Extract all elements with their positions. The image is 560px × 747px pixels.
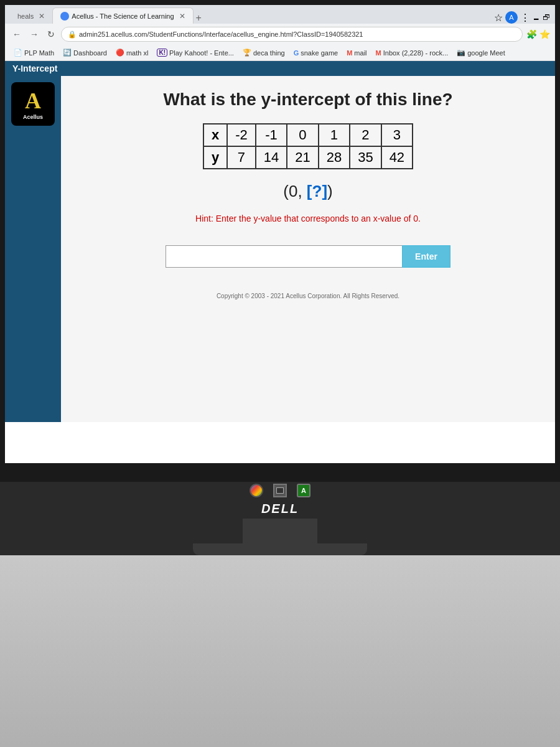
x-val-0: -2	[227, 124, 256, 146]
dashboard-icon: 🔄	[63, 49, 72, 57]
input-area: Enter	[166, 245, 450, 268]
enter-button[interactable]: Enter	[402, 245, 450, 268]
section-title: Y-Intercept	[12, 63, 57, 73]
forward-button[interactable]: →	[27, 28, 41, 40]
kahoot-label: Play Kahoot! - Ente...	[169, 49, 234, 57]
tab-active-label: Acellus - The Science of Learning	[72, 12, 174, 20]
x-val-4: 2	[350, 124, 381, 146]
star-icon[interactable]: ☆	[494, 12, 503, 24]
bookmark-plp-math[interactable]: 📄 PLP Math	[10, 47, 58, 58]
monitor: heals ✕ Acellus - The Science of Learnin…	[0, 0, 560, 747]
address-bar[interactable]: 🔒 admin251.acellus.com/StudentFunctions/…	[61, 27, 523, 42]
bookmark-math-xl[interactable]: 🔴 math xl	[112, 47, 152, 58]
y-val-1: 14	[256, 146, 287, 169]
window-icon	[273, 484, 287, 497]
dell-brand: DELL	[0, 499, 560, 519]
restore-icon[interactable]: 🗗	[543, 13, 550, 22]
y-val-3: 28	[319, 146, 350, 169]
bookmark-dashboard[interactable]: 🔄 Dashboard	[59, 47, 111, 58]
meet-label: google Meet	[467, 49, 505, 57]
answer-prefix: (0,	[283, 182, 307, 200]
acellus-logo: A Acellus	[11, 82, 55, 126]
math-xl-icon: 🔴	[116, 49, 124, 57]
bookmark-deca[interactable]: 🏆 deca thing	[239, 47, 289, 58]
logo-letter: A	[25, 88, 41, 114]
address-text: admin251.acellus.com/StudentFunctions/In…	[79, 31, 363, 38]
answer-suffix: )	[327, 182, 333, 200]
x-header: x	[203, 124, 227, 146]
x-val-1: -1	[256, 124, 287, 146]
y-val-5: 42	[381, 146, 413, 169]
answer-placeholder: [?]	[307, 182, 327, 200]
desk-area	[0, 555, 560, 747]
bookmark-inbox[interactable]: M Inbox (2,228) - rock...	[372, 48, 452, 58]
back-button[interactable]: ←	[10, 28, 24, 40]
bookmark-meet[interactable]: 📷 google Meet	[453, 47, 509, 58]
bookmark-snake[interactable]: G snake game	[290, 48, 342, 58]
refresh-button[interactable]: ↻	[45, 28, 57, 40]
menu-icon[interactable]: ⋮	[520, 12, 530, 24]
meet-icon: 📷	[457, 49, 465, 57]
window-icon-inner	[276, 487, 284, 494]
browser-content: Y-Intercept A Acellus What is the y-inte…	[5, 61, 555, 463]
x-val-2: 0	[287, 124, 318, 146]
answer-display: (0, [?])	[283, 182, 332, 201]
inbox-icon: M	[376, 49, 381, 57]
deca-icon: 🏆	[243, 49, 251, 57]
monitor-bottom-bar: A	[0, 482, 560, 499]
deca-label: deca thing	[253, 49, 285, 57]
bookmarks-bar: 📄 PLP Math 🔄 Dashboard 🔴 math xl K! Play…	[5, 45, 555, 61]
profile-btn[interactable]: A	[505, 11, 518, 24]
minimize-icon[interactable]: 🗕	[533, 13, 540, 22]
plp-math-label: PLP Math	[24, 49, 54, 57]
stand-base	[193, 543, 367, 556]
screen: heals ✕ Acellus - The Science of Learnin…	[5, 5, 555, 463]
bookmark-btn[interactable]: ⭐	[539, 29, 550, 39]
inbox-label: Inbox (2,228) - rock...	[383, 49, 449, 57]
tab-active[interactable]: Acellus - The Science of Learning ✕	[52, 7, 193, 24]
tab-inactive[interactable]: heals ✕	[10, 9, 52, 24]
hint-text: Hint: Enter the y-value that corresponds…	[195, 214, 421, 223]
snake-label: snake game	[301, 49, 338, 57]
footer-text: Copyright © 2003 - 2021 Acellus Corporat…	[217, 293, 399, 299]
tab-bar: heals ✕ Acellus - The Science of Learnin…	[5, 5, 555, 24]
plp-math-icon: 📄	[14, 49, 22, 57]
new-tab-button[interactable]: +	[194, 12, 204, 24]
extensions-btn[interactable]: 🧩	[526, 29, 537, 39]
acellus-header: Y-Intercept	[5, 61, 555, 76]
dashboard-label: Dashboard	[73, 49, 107, 57]
mail-label: mail	[354, 49, 366, 57]
acellus-tab-icon	[60, 12, 69, 21]
bookmark-kahoot[interactable]: K! Play Kahoot! - Ente...	[153, 47, 238, 58]
y-val-4: 35	[350, 146, 381, 169]
math-xl-label: math xl	[126, 49, 148, 57]
app-icon: A	[297, 484, 310, 497]
sidebar: A Acellus	[5, 76, 61, 422]
x-val-3: 1	[319, 124, 350, 146]
logo-text: Acellus	[23, 114, 43, 120]
address-bar-row: ← → ↻ 🔒 admin251.acellus.com/StudentFunc…	[5, 24, 555, 45]
chrome-icon	[250, 484, 263, 497]
x-val-5: 3	[381, 124, 413, 146]
y-val-0: 7	[227, 146, 256, 169]
browser-toolbar: 🧩 ⭐	[526, 29, 550, 39]
kahoot-icon: K!	[157, 49, 167, 57]
app-icon-label: A	[301, 487, 306, 494]
question-title: What is the y-intercept of this line?	[163, 88, 452, 111]
profile-icon: A	[505, 11, 518, 24]
y-header: y	[203, 146, 227, 169]
y-val-2: 21	[287, 146, 318, 169]
math-table: x -2 -1 0 1 2 3 y 7 14	[203, 123, 413, 169]
answer-input[interactable]	[166, 245, 402, 268]
tab-close-active[interactable]: ✕	[179, 12, 185, 21]
main-content: A Acellus What is the y-intercept of thi…	[5, 76, 555, 422]
bookmark-mail[interactable]: M mail	[343, 48, 370, 58]
tab-inactive-label: heals	[17, 12, 34, 20]
stand-neck	[243, 519, 317, 543]
tab-close-inactive[interactable]: ✕	[39, 12, 45, 21]
snake-icon: G	[294, 49, 299, 57]
content-area: What is the y-intercept of this line? x …	[61, 76, 555, 422]
mail-icon: M	[347, 49, 352, 57]
lock-icon: 🔒	[68, 31, 77, 39]
screen-bezel: heals ✕ Acellus - The Science of Learnin…	[0, 0, 560, 482]
